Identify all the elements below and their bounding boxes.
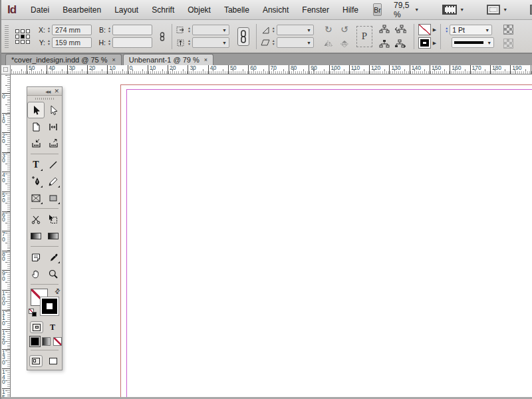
y-position-field[interactable]: 159 mm <box>52 37 92 48</box>
content-placer-tool[interactable] <box>45 135 62 152</box>
rotate-cw-button[interactable]: ↻ <box>325 24 332 35</box>
document-tab[interactable]: Unbenannt-1 @ 79 %× <box>123 54 213 65</box>
reference-point-proxy[interactable] <box>15 29 30 44</box>
y-stepper[interactable]: ▲▼ <box>47 39 51 46</box>
menu-item-bearbeiten[interactable]: Bearbeiten <box>56 1 108 19</box>
normal-view-mode-button[interactable] <box>29 355 43 367</box>
vertical-ruler[interactable]: 01 02 03 04 05 06 07 08 09 01 0 01 1 01 … <box>1 74 11 397</box>
pen-tool[interactable] <box>27 173 45 190</box>
zoom-tool[interactable] <box>45 265 62 282</box>
stroke-swatch-black[interactable] <box>40 297 59 316</box>
bridge-button[interactable]: Br <box>373 3 382 16</box>
h-ruler-label: 70 <box>269 65 277 74</box>
ruler-origin-box[interactable] <box>1 65 11 74</box>
arrange-documents-button[interactable]: ▼ <box>528 3 532 16</box>
tab-close-icon[interactable]: × <box>112 57 115 63</box>
menu-item-objekt[interactable]: Objekt <box>181 1 217 19</box>
view-options-button[interactable]: ▼ <box>440 3 466 16</box>
stroke-color-swatch[interactable] <box>418 37 431 49</box>
menu-item-ansicht[interactable]: Ansicht <box>256 1 295 19</box>
fill-flyout-icon[interactable]: ▶ <box>433 27 436 33</box>
menu-item-layout[interactable]: Layout <box>108 1 145 19</box>
gradient-feather-tool[interactable] <box>45 227 62 244</box>
flip-horizontal-button[interactable] <box>323 40 334 48</box>
gradient-swatch-tool[interactable] <box>27 227 45 244</box>
menu-item-tabelle[interactable]: Tabelle <box>217 1 256 19</box>
select-next-sibling-button[interactable] <box>394 39 406 49</box>
flyout-corner-icon <box>41 186 43 188</box>
width-field[interactable] <box>112 25 152 35</box>
scale-y-stepper[interactable]: ▲▼ <box>188 39 191 46</box>
swap-fill-stroke-icon[interactable]: ⇄ <box>53 287 62 296</box>
width-stepper[interactable]: ▲▼ <box>108 27 111 33</box>
collapse-panel-icon[interactable]: ◀◀ <box>45 89 50 94</box>
stroke-flyout-icon[interactable]: ▶ <box>433 41 436 46</box>
apply-color-button[interactable] <box>31 337 39 346</box>
gap-tool[interactable] <box>45 118 62 135</box>
note-tool[interactable] <box>27 249 45 265</box>
tab-close-icon[interactable]: × <box>204 57 207 63</box>
fill-color-swatch[interactable] <box>418 24 431 35</box>
quick-apply-icon[interactable] <box>503 25 513 35</box>
default-fill-stroke-icon[interactable] <box>29 309 37 317</box>
panel-grip-handle[interactable] <box>5 25 9 48</box>
close-panel-icon[interactable]: ✕ <box>54 88 59 94</box>
flip-vertical-button[interactable] <box>339 40 350 48</box>
page-tool[interactable] <box>27 118 45 135</box>
document-canvas[interactable] <box>11 74 532 397</box>
rotate-ccw-button[interactable]: ↺ <box>340 24 348 35</box>
apply-none-button[interactable] <box>53 337 62 346</box>
selection-tool[interactable] <box>27 102 45 118</box>
h-ruler-label: 190 <box>510 65 521 74</box>
x-stepper[interactable]: ▲▼ <box>47 27 51 33</box>
apply-gradient-button[interactable] <box>42 337 51 346</box>
free-transform-tool[interactable] <box>45 211 62 227</box>
content-collector-tool[interactable] <box>27 135 45 152</box>
shear-stepper[interactable]: ▲▼ <box>272 39 275 46</box>
constrain-scale-link-button[interactable] <box>237 27 249 46</box>
zoom-level-combo[interactable]: 79,5 % ▼ <box>394 1 419 19</box>
scissors-tool[interactable] <box>27 211 45 227</box>
stroke-weight-stepper[interactable]: ▲▼ <box>445 27 448 33</box>
menu-item-fenster[interactable]: Fenster <box>295 1 336 19</box>
x-position-field[interactable]: 274 mm <box>52 25 92 35</box>
tab-label: *cover_indesign.indd @ 75 % <box>11 56 107 64</box>
screen-mode-button[interactable]: ▼ <box>485 3 509 16</box>
select-previous-object-button[interactable] <box>379 25 390 34</box>
pencil-tool[interactable] <box>45 173 62 190</box>
constrain-dimensions-icon[interactable] <box>158 31 168 41</box>
document-tab[interactable]: *cover_indesign.indd @ 75 %× <box>5 54 122 65</box>
eyedropper-tool[interactable] <box>45 249 62 265</box>
select-next-object-button[interactable] <box>379 39 390 49</box>
menu-item-schrift[interactable]: Schrift <box>145 1 181 19</box>
formatting-affects-text-button[interactable]: T <box>46 321 59 333</box>
rectangle-tool[interactable] <box>45 190 62 206</box>
panel-options-icon[interactable] <box>503 39 513 49</box>
tools-panel-grip[interactable] <box>27 96 62 102</box>
rectangle-frame-tool[interactable] <box>27 190 45 206</box>
rotation-combo[interactable]: ▼ <box>277 25 314 35</box>
scale-x-stepper[interactable]: ▲▼ <box>188 27 191 33</box>
shear-combo[interactable]: ▼ <box>277 37 314 48</box>
h-ruler-label: 10 <box>148 65 156 74</box>
h-ruler-label: 80 <box>289 65 297 74</box>
height-field[interactable] <box>112 37 152 48</box>
stroke-type-combo[interactable]: ▼ <box>452 37 494 48</box>
formatting-affects-container-button[interactable] <box>30 321 43 333</box>
select-previous-sibling-button[interactable] <box>394 25 406 34</box>
preview-mode-button[interactable] <box>47 355 60 367</box>
horizontal-ruler[interactable]: 5040302010010203040506070809010011012013… <box>11 65 532 74</box>
selection-tool-icon <box>31 105 41 116</box>
height-stepper[interactable]: ▲▼ <box>108 39 111 46</box>
scale-y-combo[interactable]: ▼ <box>192 37 229 48</box>
scale-x-combo[interactable]: ▼ <box>192 25 229 35</box>
rotation-stepper[interactable]: ▲▼ <box>272 27 275 33</box>
select-content-button[interactable]: P <box>356 26 372 47</box>
direct-selection-tool[interactable] <box>45 102 62 118</box>
hand-tool[interactable] <box>27 265 45 282</box>
type-tool[interactable]: T <box>27 156 45 173</box>
line-tool[interactable] <box>45 156 62 173</box>
stroke-weight-combo[interactable]: 1 Pt ▼ <box>450 25 492 35</box>
menu-item-datei[interactable]: Datei <box>24 1 56 19</box>
menu-item-hilfe[interactable]: Hilfe <box>336 1 365 19</box>
